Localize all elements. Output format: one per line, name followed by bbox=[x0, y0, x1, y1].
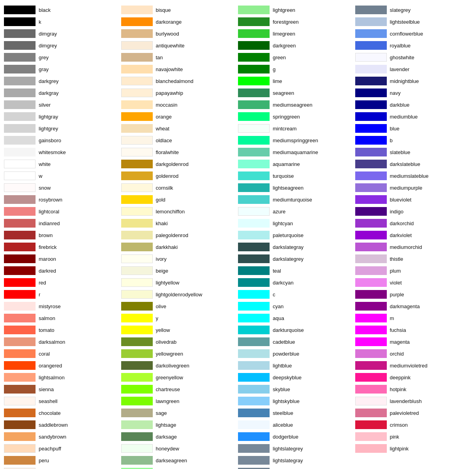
color-item: mediumvioletred bbox=[355, 360, 472, 371]
color-swatch bbox=[238, 373, 270, 382]
color-item: dodgerblue bbox=[238, 431, 355, 442]
color-item: palevioletred bbox=[355, 408, 472, 418]
color-swatch bbox=[121, 160, 153, 168]
color-swatch bbox=[4, 373, 36, 382]
color-swatch bbox=[121, 385, 153, 394]
color-name-label: darksalmon bbox=[39, 339, 65, 345]
color-item: teal bbox=[238, 266, 355, 276]
color-swatch bbox=[4, 160, 36, 168]
color-item: lightslategray bbox=[238, 455, 355, 465]
color-name-label: dimgrey bbox=[39, 43, 57, 49]
color-item: burlywood bbox=[121, 28, 238, 39]
color-swatch bbox=[121, 409, 153, 417]
color-item: cornsilk bbox=[121, 183, 238, 193]
color-item: lightgray bbox=[4, 111, 121, 122]
color-name-label: ivory bbox=[156, 256, 167, 262]
color-item: magenta bbox=[355, 337, 472, 347]
color-swatch bbox=[355, 29, 387, 38]
color-name-label: papayawhip bbox=[156, 90, 183, 96]
color-swatch bbox=[121, 397, 153, 405]
color-item: mediumspringgreen bbox=[238, 135, 355, 145]
color-swatch bbox=[238, 29, 270, 38]
color-name-label: mediumspringgreen bbox=[273, 137, 318, 143]
color-swatch bbox=[4, 314, 36, 322]
color-swatch bbox=[355, 183, 387, 192]
color-name-label: sage bbox=[156, 410, 167, 416]
color-item: firebrick bbox=[4, 242, 121, 252]
color-swatch bbox=[355, 53, 387, 62]
color-swatch bbox=[355, 231, 387, 239]
color-item: lemonchiffon bbox=[121, 206, 238, 217]
color-name-label: greenyellow bbox=[156, 375, 183, 380]
color-item: peru bbox=[4, 455, 121, 465]
color-column-1: blackkdimgraydimgreygreygraydarkgreydark… bbox=[4, 4, 121, 469]
color-item: b bbox=[355, 135, 472, 145]
color-name-label: lavender bbox=[390, 66, 410, 72]
color-name-label: crimson bbox=[390, 422, 408, 428]
color-name-label: sandybrown bbox=[39, 434, 66, 440]
color-name-label: purple bbox=[390, 292, 404, 298]
color-item: dimgrey bbox=[4, 40, 121, 51]
color-item: ivory bbox=[121, 254, 238, 264]
color-name-label: b bbox=[390, 137, 393, 143]
color-swatch bbox=[355, 314, 387, 322]
color-item: lightyellow bbox=[121, 277, 238, 288]
color-swatch bbox=[238, 409, 270, 417]
color-name-label: thistle bbox=[390, 256, 403, 262]
color-swatch bbox=[4, 17, 36, 26]
color-swatch bbox=[238, 290, 270, 299]
color-swatch bbox=[238, 314, 270, 322]
color-name-label: tan bbox=[156, 55, 163, 60]
color-name-label: limegreen bbox=[273, 31, 295, 37]
color-item: antiquewhite bbox=[121, 40, 238, 51]
color-swatch bbox=[121, 349, 153, 358]
color-item: plum bbox=[355, 266, 472, 276]
color-item: thistle bbox=[355, 254, 472, 264]
color-swatch bbox=[121, 290, 153, 299]
color-name-label: aquamarine bbox=[273, 161, 300, 167]
color-name-label: yellowgreen bbox=[156, 351, 183, 357]
color-item: linen bbox=[4, 467, 121, 469]
color-name-label: orange bbox=[156, 114, 172, 120]
color-swatch bbox=[4, 77, 36, 85]
color-item: rosybrown bbox=[4, 194, 121, 205]
color-item: sandybrown bbox=[4, 431, 121, 442]
color-item: lightcoral bbox=[4, 206, 121, 217]
color-swatch bbox=[121, 148, 153, 156]
color-swatch bbox=[121, 171, 153, 180]
color-swatch bbox=[238, 349, 270, 358]
color-item: seagreen bbox=[238, 88, 355, 98]
color-name-label: coral bbox=[39, 351, 50, 357]
color-item: azure bbox=[238, 206, 355, 217]
color-swatch bbox=[4, 100, 36, 109]
color-swatch bbox=[4, 136, 36, 145]
color-name-label: lime bbox=[273, 78, 282, 84]
color-item: darkgrey bbox=[4, 76, 121, 86]
color-swatch bbox=[4, 65, 36, 73]
color-swatch bbox=[355, 278, 387, 287]
color-swatch bbox=[4, 219, 36, 228]
color-swatch bbox=[238, 278, 270, 287]
color-name-label: snow bbox=[39, 185, 51, 191]
color-swatch bbox=[355, 349, 387, 358]
color-item: greenyellow bbox=[121, 372, 238, 382]
color-swatch bbox=[355, 100, 387, 109]
color-name-label: aqua bbox=[273, 315, 284, 321]
color-name-label: lightgrey bbox=[39, 126, 58, 132]
color-item: lightsalmon bbox=[4, 372, 121, 382]
color-name-label: mediumvioletred bbox=[390, 363, 427, 369]
color-name-label: dodgerblue bbox=[273, 434, 298, 440]
color-swatch bbox=[121, 326, 153, 334]
color-name-label: red bbox=[39, 280, 46, 286]
color-item: honeydew bbox=[121, 443, 238, 454]
color-column-4: slategreylightsteelbluecornflowerblueroy… bbox=[355, 4, 472, 469]
color-item: purple bbox=[355, 289, 472, 299]
color-item: darkblue bbox=[355, 100, 472, 110]
color-item: mediumpurple bbox=[355, 183, 472, 193]
color-item: darkkhaki bbox=[121, 242, 238, 252]
color-swatch bbox=[4, 456, 36, 465]
color-name-label: lightskyblue bbox=[273, 398, 300, 404]
color-swatch bbox=[238, 231, 270, 239]
color-swatch bbox=[121, 420, 153, 429]
color-name-label: brown bbox=[39, 232, 52, 238]
